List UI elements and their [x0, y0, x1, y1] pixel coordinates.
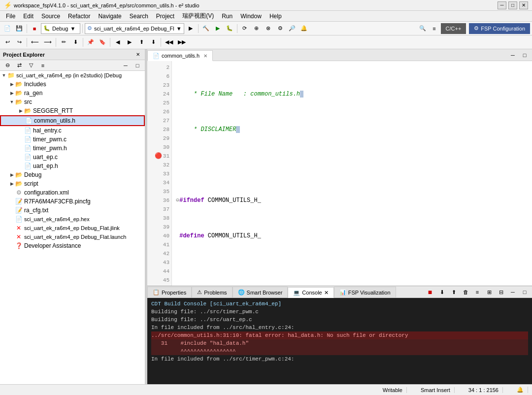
extra-btn1[interactable]: ⟳ — [239, 23, 250, 34]
tree-item-launch[interactable]: ✕ sci_uart_ek_ra6m4_ep Debug_Flat.launch — [0, 232, 145, 241]
editor-max-btn[interactable]: □ — [519, 50, 530, 61]
config-btn-extra[interactable]: ▶ — [185, 23, 196, 34]
panel-btn2[interactable]: ⊞ — [484, 287, 495, 297]
tree-item-config-xml[interactable]: ⚙ configuration.xml — [0, 188, 145, 197]
debug-stop-button[interactable]: ■ — [29, 23, 40, 34]
menu-renesas[interactable]: 瑞萨视图(V) — [178, 11, 218, 21]
tb2-btn10[interactable]: ▶ — [124, 37, 135, 48]
toolbar-btn-a[interactable]: ≡ — [429, 23, 440, 34]
panel-tab-smart-browser[interactable]: 🌐 Smart Browser — [233, 287, 288, 297]
fsp-button[interactable]: ⚙ FSP Configuration — [469, 23, 530, 34]
code-area[interactable]: * File Name : common_utils.h * DISCLAIME… — [172, 61, 532, 286]
editor-tab-common-utils[interactable]: 📄 common_utils.h ✕ — [147, 50, 213, 61]
build-config-dropdown[interactable]: ⚙ sci_uart_ek_ra6m4_ep Debug_Fl ▼ — [85, 23, 184, 34]
tree-item-debug[interactable]: ▶ 📂 Debug — [0, 170, 145, 179]
panel-scroll-down[interactable]: ⬇ — [436, 287, 447, 297]
menu-edit[interactable]: Edit — [19, 12, 37, 21]
pe-filter-btn[interactable]: ▽ — [26, 60, 36, 71]
tree-item-ra-gen[interactable]: ▶ 📂 ra_gen — [0, 89, 145, 98]
tree-toggle-ra-gen[interactable]: ▶ — [9, 90, 15, 96]
tree-item-ra-cfg[interactable]: 📝 ra_cfg.txt — [0, 206, 145, 215]
tab-close-btn[interactable]: ✕ — [203, 53, 207, 59]
menu-search[interactable]: Search — [126, 12, 152, 21]
panel-max-btn[interactable]: □ — [519, 287, 530, 297]
menu-refactor[interactable]: Refactor — [64, 12, 94, 21]
maximize-button[interactable]: □ — [508, 1, 517, 9]
tb2-btn14[interactable]: ▶▶ — [176, 37, 188, 48]
tree-item-src[interactable]: ▼ 📂 src — [0, 98, 145, 106]
tb2-btn6[interactable]: ⬇ — [70, 37, 81, 48]
panel-tab-fsp[interactable]: 📊 FSP Visualization — [334, 287, 396, 297]
tree-item-segger[interactable]: ▶ 📂 SEGGER_RTT — [0, 106, 145, 115]
panel-min-btn[interactable]: ─ — [507, 287, 518, 297]
extra-btn3[interactable]: ⊗ — [263, 23, 274, 34]
panel-tab-console[interactable]: 💻 Console ✕ — [288, 287, 333, 298]
search-btn[interactable]: 🔍 — [417, 23, 428, 34]
tree-item-common-utils[interactable]: 📄 common_utils.h — [0, 115, 145, 126]
tree-item-script[interactable]: ▶ 📂 script — [0, 179, 145, 188]
pe-menu-btn[interactable]: ≡ — [37, 60, 48, 71]
tree-item-hex[interactable]: 📄 sci_uart_ek_ra6m4_ep.hex — [0, 215, 145, 224]
tree-toggle-src[interactable]: ▼ — [9, 99, 15, 105]
tree-toggle-segger[interactable]: ▶ — [18, 108, 24, 114]
build-btn[interactable]: 🔨 — [200, 23, 211, 34]
menu-file[interactable]: File — [2, 12, 19, 21]
tb2-btn5[interactable]: ✏ — [58, 37, 69, 48]
tree-item-jlink[interactable]: ✕ sci_uart_ek_ra6m4_ep Debug_Flat.jlink — [0, 224, 145, 232]
console-tab-close[interactable]: ✕ — [324, 290, 329, 296]
tb2-btn2[interactable]: ↪ — [14, 37, 25, 48]
tb2-btn7[interactable]: 📌 — [85, 37, 96, 48]
tree-item-uart-ep-h[interactable]: 📄 uart_ep.h — [0, 162, 145, 170]
debug-config-dropdown[interactable]: 🐛 Debug ▼ — [41, 23, 80, 34]
debug-btn[interactable]: 🐛 — [224, 23, 235, 34]
panel-terminate-btn[interactable]: ■ — [425, 287, 435, 297]
tree-item-root[interactable]: ▼ 📁 sci_uart_ek_ra6m4_ep (in e2studio) [… — [0, 71, 145, 80]
tree-item-timer-pwm-c[interactable]: 📄 timer_pwm.c — [0, 135, 145, 144]
project-explorer-menu-btn[interactable]: ✕ — [134, 51, 142, 59]
tb2-btn4[interactable]: ⟶ — [42, 37, 54, 48]
minimize-button[interactable]: ─ — [498, 1, 506, 9]
menu-source[interactable]: Source — [37, 12, 64, 21]
tree-item-timer-pwm-h[interactable]: 📄 timer_pwm.h — [0, 144, 145, 153]
panel-btn1[interactable]: ≡ — [472, 287, 483, 297]
close-button[interactable]: ✕ — [519, 1, 528, 9]
tb2-btn9[interactable]: ◀ — [112, 37, 123, 48]
panel-clear-btn[interactable]: 🗑 — [460, 287, 471, 297]
tree-item-dev-assist[interactable]: ❓ Developer Assistance — [0, 241, 145, 250]
tb2-btn3[interactable]: ⟵ — [29, 37, 41, 48]
pe-min-btn[interactable]: ─ — [120, 60, 131, 71]
menu-run[interactable]: Run — [218, 12, 236, 21]
menu-navigate[interactable]: Navigate — [94, 12, 125, 21]
pe-collapse-btn[interactable]: ⊖ — [2, 60, 13, 71]
extra-btn5[interactable]: 🔎 — [287, 23, 298, 34]
tree-toggle-root[interactable]: ▼ — [1, 72, 7, 78]
new-button[interactable]: 📄 — [2, 23, 13, 34]
tb2-btn11[interactable]: ⬆ — [136, 37, 147, 48]
menu-help[interactable]: Help — [266, 12, 286, 21]
pe-link-btn[interactable]: ⇄ — [14, 60, 25, 71]
cpp-button[interactable]: C/C++ — [441, 23, 466, 34]
menu-project[interactable]: Project — [152, 12, 178, 21]
tree-toggle-script[interactable]: ▶ — [9, 181, 15, 187]
tb2-btn8[interactable]: 🔖 — [97, 37, 108, 48]
pe-max-btn[interactable]: □ — [132, 60, 143, 71]
menu-window[interactable]: Window — [236, 12, 266, 21]
panel-tab-problems[interactable]: ⚠ Problems — [192, 287, 232, 297]
tree-item-pincfg[interactable]: 📝 R7FA6M4AF3CFB.pincfg — [0, 197, 145, 206]
tb2-btn12[interactable]: ⬇ — [148, 37, 159, 48]
panel-tab-properties[interactable]: 📋 Properties — [147, 287, 192, 297]
tree-toggle-includes[interactable]: ▶ — [9, 81, 15, 87]
tree-item-hal-entry[interactable]: 📄 hal_entry.c — [0, 126, 145, 135]
tree-item-uart-ep-c[interactable]: 📄 uart_ep.c — [0, 153, 145, 162]
extra-btn6[interactable]: 🔔 — [299, 23, 309, 34]
extra-btn2[interactable]: ⊕ — [251, 23, 262, 34]
tree-item-includes[interactable]: ▶ 📂 Includes — [0, 80, 145, 89]
panel-scroll-up[interactable]: ⬆ — [448, 287, 459, 297]
extra-btn4[interactable]: ⚙ — [275, 23, 286, 34]
tb2-btn1[interactable]: ↩ — [2, 37, 13, 48]
panel-btn3[interactable]: ⊟ — [496, 287, 506, 297]
editor-min-btn[interactable]: ─ — [507, 50, 518, 61]
tree-toggle-debug[interactable]: ▶ — [9, 172, 15, 178]
run-btn[interactable]: ▶ — [212, 23, 223, 34]
tb2-btn13[interactable]: ◀◀ — [163, 37, 175, 48]
